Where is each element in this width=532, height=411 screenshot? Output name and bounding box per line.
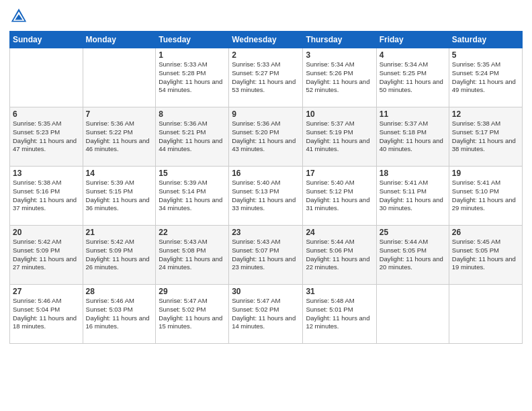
weekday-header-monday: Monday	[83, 32, 156, 48]
day-number: 19	[452, 169, 519, 178]
day-number: 1	[159, 50, 226, 60]
logo-icon	[9, 7, 28, 26]
calendar-cell: 10Sunrise: 5:37 AM Sunset: 5:19 PM Dayli…	[303, 107, 376, 167]
logo	[9, 7, 30, 26]
day-info: Sunrise: 5:36 AM Sunset: 5:21 PM Dayligh…	[159, 120, 226, 154]
day-number: 28	[86, 287, 153, 296]
calendar-cell: 22Sunrise: 5:43 AM Sunset: 5:08 PM Dayli…	[156, 226, 229, 285]
calendar-cell: 18Sunrise: 5:41 AM Sunset: 5:11 PM Dayli…	[376, 167, 449, 226]
day-info: Sunrise: 5:44 AM Sunset: 5:06 PM Dayligh…	[306, 238, 373, 272]
calendar-cell: 28Sunrise: 5:46 AM Sunset: 5:03 PM Dayli…	[83, 285, 156, 344]
calendar-cell: 4Sunrise: 5:34 AM Sunset: 5:25 PM Daylig…	[376, 48, 449, 107]
day-number: 21	[86, 228, 153, 237]
day-info: Sunrise: 5:38 AM Sunset: 5:16 PM Dayligh…	[13, 179, 80, 213]
calendar-cell: 27Sunrise: 5:46 AM Sunset: 5:04 PM Dayli…	[10, 285, 83, 344]
day-info: Sunrise: 5:33 AM Sunset: 5:27 PM Dayligh…	[232, 60, 300, 95]
calendar-cell	[10, 48, 83, 107]
weekday-header-thursday: Thursday	[303, 32, 376, 48]
calendar-cell: 29Sunrise: 5:47 AM Sunset: 5:02 PM Dayli…	[156, 285, 229, 344]
calendar-cell	[449, 285, 522, 344]
day-info: Sunrise: 5:36 AM Sunset: 5:20 PM Dayligh…	[232, 120, 300, 154]
day-number: 30	[232, 287, 300, 296]
day-number: 18	[380, 169, 446, 178]
calendar-week-5: 27Sunrise: 5:46 AM Sunset: 5:04 PM Dayli…	[10, 285, 523, 344]
calendar-cell: 6Sunrise: 5:35 AM Sunset: 5:23 PM Daylig…	[10, 107, 83, 167]
weekday-header-wednesday: Wednesday	[229, 32, 303, 48]
page: SundayMondayTuesdayWednesdayThursdayFrid…	[0, 0, 532, 411]
day-number: 29	[159, 287, 226, 296]
calendar-cell: 30Sunrise: 5:47 AM Sunset: 5:02 PM Dayli…	[229, 285, 303, 344]
calendar-cell: 17Sunrise: 5:40 AM Sunset: 5:12 PM Dayli…	[303, 167, 376, 226]
day-info: Sunrise: 5:40 AM Sunset: 5:13 PM Dayligh…	[232, 179, 300, 213]
calendar-cell: 1Sunrise: 5:33 AM Sunset: 5:28 PM Daylig…	[156, 48, 229, 107]
calendar-cell: 15Sunrise: 5:39 AM Sunset: 5:14 PM Dayli…	[156, 167, 229, 226]
day-info: Sunrise: 5:41 AM Sunset: 5:11 PM Dayligh…	[380, 179, 446, 213]
calendar-cell: 8Sunrise: 5:36 AM Sunset: 5:21 PM Daylig…	[156, 107, 229, 167]
day-number: 7	[86, 109, 153, 119]
day-number: 8	[159, 109, 226, 119]
calendar-cell: 25Sunrise: 5:44 AM Sunset: 5:05 PM Dayli…	[376, 226, 449, 285]
day-number: 17	[306, 169, 373, 178]
calendar-cell: 31Sunrise: 5:48 AM Sunset: 5:01 PM Dayli…	[303, 285, 376, 344]
calendar-cell: 14Sunrise: 5:39 AM Sunset: 5:15 PM Dayli…	[83, 167, 156, 226]
calendar-cell: 2Sunrise: 5:33 AM Sunset: 5:27 PM Daylig…	[229, 48, 303, 107]
header	[9, 7, 523, 26]
calendar-cell: 11Sunrise: 5:37 AM Sunset: 5:18 PM Dayli…	[376, 107, 449, 167]
day-number: 11	[380, 109, 446, 119]
day-number: 14	[86, 169, 153, 178]
day-info: Sunrise: 5:44 AM Sunset: 5:05 PM Dayligh…	[380, 238, 446, 272]
calendar-week-2: 6Sunrise: 5:35 AM Sunset: 5:23 PM Daylig…	[10, 107, 523, 167]
day-info: Sunrise: 5:37 AM Sunset: 5:19 PM Dayligh…	[306, 120, 373, 154]
day-info: Sunrise: 5:46 AM Sunset: 5:04 PM Dayligh…	[13, 297, 80, 331]
calendar-week-4: 20Sunrise: 5:42 AM Sunset: 5:09 PM Dayli…	[10, 226, 523, 285]
calendar-cell: 24Sunrise: 5:44 AM Sunset: 5:06 PM Dayli…	[303, 226, 376, 285]
day-info: Sunrise: 5:33 AM Sunset: 5:28 PM Dayligh…	[159, 60, 226, 95]
day-info: Sunrise: 5:39 AM Sunset: 5:14 PM Dayligh…	[159, 179, 226, 213]
day-info: Sunrise: 5:42 AM Sunset: 5:09 PM Dayligh…	[86, 238, 153, 272]
calendar-week-3: 13Sunrise: 5:38 AM Sunset: 5:16 PM Dayli…	[10, 167, 523, 226]
calendar-cell	[376, 285, 449, 344]
day-info: Sunrise: 5:47 AM Sunset: 5:02 PM Dayligh…	[159, 297, 226, 331]
day-number: 25	[380, 228, 446, 237]
calendar-cell: 19Sunrise: 5:41 AM Sunset: 5:10 PM Dayli…	[449, 167, 522, 226]
calendar-cell: 23Sunrise: 5:43 AM Sunset: 5:07 PM Dayli…	[229, 226, 303, 285]
calendar-cell: 7Sunrise: 5:36 AM Sunset: 5:22 PM Daylig…	[83, 107, 156, 167]
calendar-cell: 13Sunrise: 5:38 AM Sunset: 5:16 PM Dayli…	[10, 167, 83, 226]
calendar-week-1: 1Sunrise: 5:33 AM Sunset: 5:28 PM Daylig…	[10, 48, 523, 107]
day-info: Sunrise: 5:45 AM Sunset: 5:05 PM Dayligh…	[452, 238, 519, 272]
day-number: 24	[306, 228, 373, 237]
day-info: Sunrise: 5:35 AM Sunset: 5:23 PM Dayligh…	[13, 120, 80, 154]
day-number: 26	[452, 228, 519, 237]
day-number: 3	[306, 50, 373, 60]
weekday-header-sunday: Sunday	[10, 32, 83, 48]
day-number: 16	[232, 169, 300, 178]
calendar-table: SundayMondayTuesdayWednesdayThursdayFrid…	[9, 31, 523, 344]
calendar-cell: 9Sunrise: 5:36 AM Sunset: 5:20 PM Daylig…	[229, 107, 303, 167]
day-info: Sunrise: 5:43 AM Sunset: 5:08 PM Dayligh…	[159, 238, 226, 272]
day-number: 9	[232, 109, 300, 119]
day-info: Sunrise: 5:46 AM Sunset: 5:03 PM Dayligh…	[86, 297, 153, 331]
day-info: Sunrise: 5:35 AM Sunset: 5:24 PM Dayligh…	[452, 60, 519, 95]
day-number: 12	[452, 109, 519, 119]
calendar-cell: 16Sunrise: 5:40 AM Sunset: 5:13 PM Dayli…	[229, 167, 303, 226]
calendar-cell: 21Sunrise: 5:42 AM Sunset: 5:09 PM Dayli…	[83, 226, 156, 285]
day-info: Sunrise: 5:34 AM Sunset: 5:26 PM Dayligh…	[306, 60, 373, 95]
day-number: 2	[232, 50, 300, 60]
day-number: 13	[13, 169, 80, 178]
day-number: 22	[159, 228, 226, 237]
day-info: Sunrise: 5:40 AM Sunset: 5:12 PM Dayligh…	[306, 179, 373, 213]
calendar-cell: 5Sunrise: 5:35 AM Sunset: 5:24 PM Daylig…	[449, 48, 522, 107]
day-number: 15	[159, 169, 226, 178]
weekday-header-saturday: Saturday	[449, 32, 522, 48]
calendar-header-row: SundayMondayTuesdayWednesdayThursdayFrid…	[10, 32, 523, 48]
day-info: Sunrise: 5:43 AM Sunset: 5:07 PM Dayligh…	[232, 238, 300, 272]
weekday-header-friday: Friday	[376, 32, 449, 48]
day-number: 10	[306, 109, 373, 119]
day-number: 27	[13, 287, 80, 296]
day-number: 5	[452, 50, 519, 60]
day-info: Sunrise: 5:36 AM Sunset: 5:22 PM Dayligh…	[86, 120, 153, 154]
calendar-cell: 12Sunrise: 5:38 AM Sunset: 5:17 PM Dayli…	[449, 107, 522, 167]
day-info: Sunrise: 5:42 AM Sunset: 5:09 PM Dayligh…	[13, 238, 80, 272]
day-info: Sunrise: 5:48 AM Sunset: 5:01 PM Dayligh…	[306, 297, 373, 331]
day-number: 6	[13, 109, 80, 119]
